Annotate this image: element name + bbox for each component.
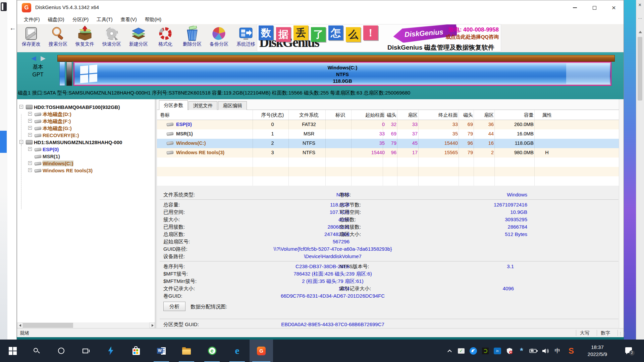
next-disk-icon[interactable]: ▶ [41,55,46,62]
toolbar-button-format[interactable]: 格式化 [152,25,179,52]
column-header-eh[interactable]: 磁头 [461,112,473,118]
partition-bar-windows-c[interactable]: Windows(C:) NTFS 118.0GB [73,62,611,86]
tree-item-windows-c-[interactable]: +Windows(C:) [17,160,155,167]
toolbar-button-delete-partition[interactable]: 删除分区 [179,25,206,52]
ad-qq-link[interactable]: 或点击此处选择QQ咨询 [446,34,499,40]
tree-expander-icon[interactable]: + [28,126,32,130]
tree-item-hd0-toshibamq04abf100-932gb-[interactable]: −HD0:TOSHIBAMQ04ABF100(932GB) [17,104,155,111]
tray-icon-intel[interactable]: in [492,340,502,362]
taskbar-app-diskgenius[interactable]: G [250,340,273,362]
taskbar-clock[interactable]: 18:37 2022/5/9 [579,340,616,362]
toolbar-button-new-partition[interactable]: 新建分区 [125,25,152,52]
column-header-sc[interactable]: 起始柱面 [353,112,385,118]
previous-disk-icon[interactable]: ◀ [31,55,36,62]
toolbar-button-save-changes[interactable]: 保存更改 [18,25,45,52]
tab-1[interactable]: 浏览文件 [189,101,217,110]
partition-bar-esp[interactable] [59,62,65,86]
tab-2[interactable]: 扇区编辑 [218,101,247,110]
tree-expander-icon[interactable]: + [28,161,32,165]
tray-icon-security[interactable] [504,340,515,362]
tree-horizontal-scrollbar[interactable] [17,322,155,328]
toolbar-button-backup-partition[interactable]: 备份分区 [206,25,232,52]
action-center-button[interactable]: 2 [623,340,636,362]
resize-grip[interactable]: ⋮⋮ [619,331,627,336]
column-header-id[interactable]: 标识 [327,112,353,118]
tree-item-esp-0-[interactable]: +ESP(0) [17,146,155,153]
scrollbar-thumb[interactable] [638,37,642,101]
analyze-button[interactable]: 分析 [163,302,185,311]
table-row[interactable]: MSR(1)1MSR33693735794416.0MB [157,129,624,139]
column-header-attr[interactable]: 属性 [536,112,557,118]
menu-item-3[interactable]: 工具(T) [93,15,117,24]
ime-indicator[interactable]: 中 [553,340,562,362]
taskbar-search-button[interactable] [26,340,47,362]
tree-expander-icon[interactable]: + [28,168,32,172]
table-row[interactable]: ESP(0)0FAT3203233336936260.0MB [157,120,624,129]
tray-icon-power[interactable] [528,340,539,362]
ad-banner[interactable]: DiskGenius 数据丢了怎么！ DiskGenius DiskGenius… [257,24,501,52]
tree-expander-icon[interactable]: + [28,112,32,116]
tray-icon-nvidia[interactable] [480,340,490,362]
menu-item-5[interactable]: 帮助(H) [141,15,165,24]
tree-item-hd1-samsungmznln128hahq-000[interactable]: −HD1:SAMSUNGMZNLN128HAHQ-000 [17,139,155,146]
menu-item-4[interactable]: 查看(V) [117,15,141,24]
taskbar-app-store[interactable] [126,340,147,362]
column-header-num[interactable]: 序号(状态) [255,112,290,118]
toolbar-button-recover-files[interactable]: 恢复文件 [71,25,98,52]
menu-item-1[interactable]: 磁盘(D) [44,15,68,24]
detail-value: 107.1GB [214,209,350,215]
tree-expander-icon[interactable]: − [19,105,23,109]
partition-bar-msr[interactable] [66,62,72,86]
scroll-left-icon[interactable] [17,322,23,328]
scrollbar-thumb[interactable] [23,323,73,328]
close-button[interactable]: × [604,0,624,15]
column-header-es[interactable]: 扇区 [476,112,494,118]
tree-expander-icon[interactable]: − [19,140,23,144]
tray-expand-button[interactable] [445,340,454,362]
taskbar-app-360browser[interactable]: e [202,340,222,362]
taskbar-app-flash[interactable] [100,340,121,362]
table-row[interactable]: Windows(C:)2NTFS357945154409616118.0GB [157,139,624,148]
disk-header-strip[interactable] [57,55,615,62]
scroll-right-icon[interactable] [149,322,155,328]
column-header-cap[interactable]: 容量 [496,112,534,118]
tray-icon-sougou[interactable]: S [566,340,576,362]
taskbar-app-explorer[interactable] [176,340,197,362]
tree-expander-icon[interactable]: + [28,119,32,123]
start-button[interactable] [2,340,23,362]
toolbar-button-search-partition[interactable]: 搜索分区 [45,25,71,52]
menu-item-0[interactable]: 文件(F) [20,15,44,24]
background-scrollbar[interactable]: × ⋯ [636,0,644,340]
tree-expander-icon[interactable]: + [28,133,32,137]
taskbar-app-word[interactable]: W [151,340,172,362]
tree-expander-icon[interactable]: + [28,147,32,151]
toolbar-button-system-migration[interactable]: 系统迁移 [232,25,259,52]
tray-icon-volume[interactable] [541,340,551,362]
cortana-button[interactable] [51,340,71,362]
column-header-ss[interactable]: 扇区 [399,112,418,118]
task-view-button[interactable] [75,340,96,362]
tree-item--d-[interactable]: +本地磁盘(D:) [17,111,155,118]
tray-icon-messenger[interactable] [468,340,478,362]
tree-item--f-[interactable]: +本地磁盘(F:) [17,118,155,125]
table-vertical-scrollbar[interactable] [619,99,624,328]
tray-icon-snowflake[interactable]: * [517,340,527,362]
maximize-button[interactable] [585,0,604,15]
column-header-sh[interactable]: 磁头 [385,112,396,118]
tab-0[interactable]: 分区参数 [159,100,188,110]
menu-item-2[interactable]: 分区(P) [68,15,93,24]
tree-item-recovery-e-[interactable]: +RECOVERY(E:) [17,132,155,139]
tree-item--g-[interactable]: +本地磁盘(G:) [17,125,155,132]
cell-name: Windows(C:) [176,140,254,146]
table-row[interactable]: Windows RE tools(3)3NTFS1544096171556579… [157,148,624,158]
column-header-fs[interactable]: 文件系统 [290,112,327,118]
tray-icon-update[interactable]: ✓ [456,340,466,362]
toolbar-button-quick-partition[interactable]: 快速分区 [98,25,125,52]
tree-item-windows-re-tools-3-[interactable]: +Windows RE tools(3) [17,167,155,174]
tree-item-label: HD1:SAMSUNGMZNLN128HAHQ-000 [34,139,122,145]
minimize-button[interactable] [565,0,585,15]
tree-item-msr-1-[interactable]: MSR(1) [17,153,155,160]
column-header-ec[interactable]: 终止柱面 [420,112,458,118]
taskbar-app-edge[interactable]: e [227,340,248,362]
column-header-name[interactable]: 卷标 [160,112,254,118]
